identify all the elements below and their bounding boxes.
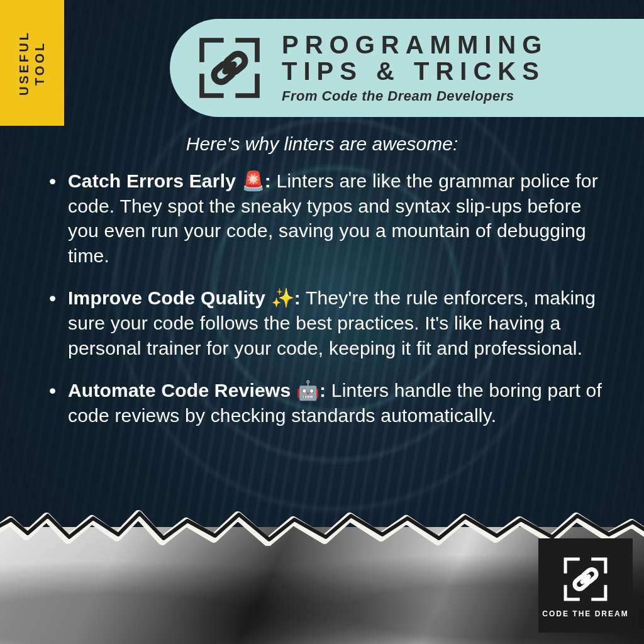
bullet-lead: Automate Code Reviews 🤖:: [68, 380, 326, 401]
list-item: Improve Code Quality ✨: They're the rule…: [45, 286, 614, 360]
link-icon: [195, 33, 264, 103]
brand-name: CODE THE DREAM: [542, 609, 628, 618]
list-item: Catch Errors Early 🚨: Linters are like t…: [45, 169, 614, 268]
intro-text: Here's why linters are awesome:: [0, 133, 644, 155]
list-item: Automate Code Reviews 🤖: Linters handle …: [45, 378, 614, 428]
header-banner: PROGRAMMINGTIPS & TRICKS From Code the D…: [170, 19, 644, 117]
header-title: PROGRAMMINGTIPS & TRICKS: [282, 31, 548, 84]
category-tag-text: USEFULTOOL: [16, 30, 48, 96]
bullet-lead: Improve Code Quality ✨:: [68, 287, 301, 308]
header-subtitle: From Code the Dream Developers: [282, 88, 548, 104]
brand-link-icon: [559, 553, 612, 606]
category-tag: USEFULTOOL: [0, 0, 64, 126]
bullet-list: Catch Errors Early 🚨: Linters are like t…: [45, 169, 614, 445]
brand-badge: CODE THE DREAM: [538, 538, 633, 633]
bullet-lead: Catch Errors Early 🚨:: [68, 170, 271, 191]
